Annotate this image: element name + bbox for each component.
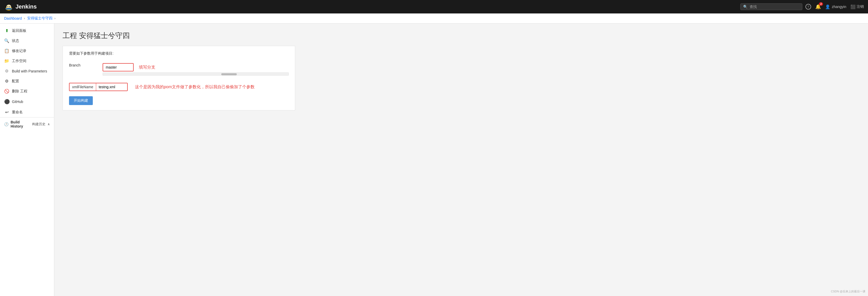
breadcrumb-project[interactable]: 安得猛士兮守四 — [27, 16, 53, 21]
notification-badge: 2 — [819, 2, 823, 6]
sidebar-item-status[interactable]: 🔍 状态 — [0, 36, 54, 46]
user-icon: 👤 — [825, 4, 830, 9]
jenkins-title: Jenkins — [16, 3, 37, 10]
sidebar-label-change-record: 修改记录 — [12, 49, 26, 53]
search-input[interactable] — [750, 5, 796, 9]
folder-icon: 📁 — [4, 58, 9, 63]
breadcrumb-sep-2: › — [55, 17, 56, 20]
logout-icon: ⬛ — [850, 4, 856, 9]
start-build-button[interactable]: 开始构建 — [69, 96, 93, 105]
edit-icon: 📋 — [4, 49, 9, 53]
breadcrumb-sep-1: › — [24, 17, 25, 20]
sidebar-item-delete[interactable]: 🚫 删除 工程 — [0, 86, 54, 96]
watermark: CSDN @后来上的最后一课 — [831, 290, 865, 293]
layout: ⬆ 返回面板 🔍 状态 📋 修改记录 📁 工作空间 ⚙ Build with P… — [0, 24, 868, 296]
sidebar-label-rename: 重命名 — [12, 110, 23, 115]
param-table: Branch 填写分支 — [69, 61, 289, 79]
main-content: 工程 安得猛士兮守四 需要如下参数用于构建项目: Branch 填写分支 — [54, 24, 868, 296]
sidebar-item-github[interactable]: ⚫ GitHub — [0, 96, 54, 107]
sidebar-label-status: 状态 — [12, 38, 19, 43]
chevron-up-icon: ∧ — [48, 122, 50, 126]
header-actions: ? 🔔 2 👤 zhangyin ⬛ 注销 — [805, 4, 864, 9]
page-title: 工程 安得猛士兮守四 — [63, 31, 860, 40]
xml-input[interactable] — [96, 83, 127, 91]
xml-annotation: 这个是因为我的pom文件做了参数化，所以我自己偷偷加了个参数 — [135, 84, 255, 90]
logout-label: 注销 — [857, 4, 864, 9]
branch-value: 填写分支 — [103, 61, 289, 79]
sidebar-item-config[interactable]: ⚙ 配置 — [0, 76, 54, 86]
build-history-cn: 构建历史 — [32, 122, 45, 126]
search-box: 🔍 — [740, 3, 802, 10]
notification-bell[interactable]: 🔔 2 — [815, 4, 821, 9]
sidebar-label-delete: 删除 工程 — [12, 89, 27, 94]
svg-point-4 — [9, 6, 10, 7]
breadcrumb: Dashboard › 安得猛士兮守四 › — [0, 13, 868, 24]
branch-textarea-area — [103, 72, 289, 76]
gear-icon: ⚙ — [4, 79, 9, 84]
sidebar-label-github: GitHub — [12, 99, 23, 104]
jenkins-logo-icon — [4, 2, 13, 11]
help-icon[interactable]: ? — [805, 4, 811, 9]
branch-annotation: 填写分支 — [139, 65, 155, 69]
github-icon: ⚫ — [4, 99, 9, 105]
build-history-label: Build History — [10, 120, 30, 128]
rename-icon: ↩ — [4, 110, 9, 115]
logout-button[interactable]: ⬛ 注销 — [850, 4, 864, 9]
xml-box: xmlFileName — [69, 83, 128, 91]
build-icon: ⚙ — [4, 68, 9, 73]
header: Jenkins 🔍 ? 🔔 2 👤 zhangyin ⬛ 注销 — [0, 0, 868, 13]
search-icon-sidebar: 🔍 — [4, 38, 9, 43]
svg-rect-6 — [5, 8, 12, 9]
sidebar-item-build-with-params[interactable]: ⚙ Build with Parameters — [0, 66, 54, 76]
sidebar-label-build-params: Build with Parameters — [12, 69, 47, 73]
build-history-section[interactable]: 🕐 Build History 构建历史 ∧ — [0, 117, 54, 131]
arrow-up-icon: ⬆ — [4, 28, 9, 33]
sidebar-item-change-record[interactable]: 📋 修改记录 — [0, 46, 54, 56]
clock-icon: 🕐 — [4, 122, 8, 126]
xml-param-row: xmlFileName 这个是因为我的pom文件做了参数化，所以我自己偷偷加了个… — [69, 83, 289, 91]
breadcrumb-dashboard[interactable]: Dashboard — [4, 16, 22, 21]
sidebar-label-back: 返回面板 — [12, 28, 26, 33]
jenkins-logo[interactable]: Jenkins — [4, 2, 37, 11]
branch-label: Branch — [69, 61, 103, 79]
delete-icon: 🚫 — [4, 89, 9, 94]
xml-label: xmlFileName — [69, 83, 96, 91]
search-icon: 🔍 — [743, 5, 748, 9]
user-name: zhangyin — [832, 5, 846, 9]
svg-point-3 — [7, 6, 8, 7]
user-info[interactable]: 👤 zhangyin — [825, 4, 846, 9]
sidebar-label-workspace: 工作空间 — [12, 59, 26, 63]
sidebar: ⬆ 返回面板 🔍 状态 📋 修改记录 📁 工作空间 ⚙ Build with P… — [0, 24, 54, 296]
sidebar-item-rename[interactable]: ↩ 重命名 — [0, 107, 54, 117]
sidebar-item-workspace[interactable]: 📁 工作空间 — [0, 56, 54, 66]
sidebar-item-back-dashboard[interactable]: ⬆ 返回面板 — [0, 26, 54, 36]
branch-input[interactable] — [103, 63, 134, 71]
build-form-card: 需要如下参数用于构建项目: Branch 填写分支 — [63, 46, 295, 111]
build-description: 需要如下参数用于构建项目: — [69, 51, 289, 56]
branch-param-row: Branch 填写分支 — [69, 61, 289, 79]
sidebar-label-config: 配置 — [12, 79, 19, 84]
scrollbar-thumb — [221, 73, 237, 75]
